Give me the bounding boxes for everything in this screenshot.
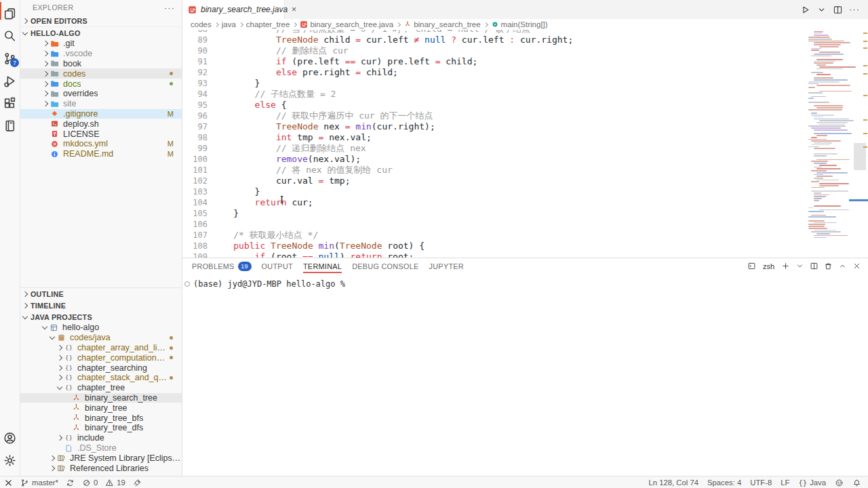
activity-source-control[interactable]: 7 [0, 47, 20, 70]
code-line-98[interactable]: 98int tmp = nex.val; [182, 132, 807, 143]
activity-files[interactable] [0, 3, 20, 25]
tree-item-license[interactable]: LICENSE [20, 129, 182, 139]
tree-item-binary_tree[interactable]: binary_tree [20, 403, 182, 413]
terminal[interactable]: (base) jyd@JYD-MBP hello-algo % [182, 274, 868, 476]
tree-item-.ds_store[interactable]: .DS_Store [20, 443, 182, 453]
section-java-projects[interactable]: JAVA PROJECTS [20, 311, 182, 323]
tree-item-deploy.sh[interactable]: deploy.sh [20, 119, 182, 129]
code-line-94[interactable]: 94// 子结点数量 = 2 [182, 89, 807, 100]
tree-item-include[interactable]: {}include [20, 433, 182, 443]
minimap[interactable] [808, 30, 852, 239]
tree-item-chapter_tree[interactable]: {}chapter_tree [20, 383, 182, 393]
chevron-up-icon[interactable] [838, 262, 847, 270]
tree-item-docs[interactable]: docs [20, 79, 182, 89]
indentation[interactable]: Spaces: 4 [707, 479, 741, 487]
trash-icon[interactable] [824, 262, 833, 270]
tree-item-hello-algo[interactable]: hello-algo [20, 323, 182, 333]
activity-settings-gear[interactable] [0, 449, 20, 472]
breadcrumb-item-binary_search_tree[interactable]: binary_search_tree [403, 20, 480, 28]
breadcrumb-item-chapter_tree[interactable]: chapter_tree [246, 20, 290, 28]
section-outline[interactable]: OUTLINE [20, 288, 182, 300]
breadcrumb-item-codes[interactable]: codes [191, 20, 212, 28]
code-line-100[interactable]: 100remove(nex.val); [182, 154, 807, 165]
shell-selector[interactable]: zsh [763, 262, 774, 270]
tree-item-.git[interactable]: .git [20, 39, 182, 49]
chevron-down-icon[interactable] [795, 262, 804, 270]
activity-notebook[interactable] [0, 115, 20, 137]
tree-item-chapter_computational_complexity[interactable]: {}chapter_computational_complexity [20, 352, 182, 363]
tree-item-overrides[interactable]: overrides [20, 89, 182, 99]
code-line-108[interactable]: 108public TreeNode min(TreeNode root) { [182, 241, 807, 251]
status-warning[interactable]: 19 [105, 479, 125, 487]
activity-account[interactable] [0, 427, 20, 449]
split-panel-icon[interactable] [810, 262, 818, 270]
tree-item-binary_tree_bfs[interactable]: binary_tree_bfs [20, 413, 182, 423]
activity-run-debug[interactable] [0, 70, 20, 92]
split-editor-icon[interactable] [833, 5, 843, 15]
section-hello-algo[interactable]: HELLO-ALGO [20, 27, 182, 39]
code-line-103[interactable]: 103} [182, 186, 807, 197]
notifications[interactable] [852, 479, 861, 487]
plus-icon[interactable] [781, 262, 790, 270]
eol[interactable]: LF [781, 479, 789, 487]
tree-item-readme.md[interactable]: README.mdM [20, 149, 182, 159]
tree-item-chapter_stack_and_queue[interactable]: {}chapter_stack_and_queue [20, 373, 182, 383]
code-line-90[interactable]: 90// 删除结点 cur [182, 45, 807, 56]
panel-tab-problems[interactable]: PROBLEMS19 [192, 258, 252, 274]
status-error[interactable]: 0 [82, 479, 98, 487]
code-line-96[interactable]: 96// 获取中序遍历中 cur 的下一个结点 [182, 110, 807, 121]
section-timeline[interactable]: TIMELINE [20, 300, 182, 311]
run-icon[interactable] [800, 5, 810, 15]
section-open-editors[interactable]: OPEN EDITORS [20, 15, 182, 27]
activity-extensions[interactable] [0, 92, 20, 115]
code-line-95[interactable]: 95else { [182, 100, 807, 110]
breadcrumb-item-main-string---[interactable]: main(String[]) [491, 20, 548, 28]
close-tab-icon[interactable]: × [292, 5, 296, 14]
tree-item-binary_tree_dfs[interactable]: binary_tree_dfs [20, 423, 182, 433]
panel-tab-terminal[interactable]: TERMINAL [303, 258, 342, 274]
encoding[interactable]: UTF-8 [750, 479, 772, 487]
more-actions-icon[interactable]: ··· [164, 3, 175, 13]
tree-item-codes-java[interactable]: codes/java [20, 333, 182, 343]
code-line-105[interactable]: 105} [182, 208, 807, 219]
code-line-107[interactable]: 107/* 获取最小结点 */ [182, 230, 807, 241]
tree-item-site[interactable]: site [20, 99, 182, 109]
code-line-102[interactable]: 102cur.val = tmp; [182, 176, 807, 186]
tree-item-book[interactable]: book [20, 59, 182, 69]
editor-scrollbar[interactable] [852, 30, 868, 258]
tree-item-chapter_array_and_linkedlist[interactable]: {}chapter_array_and_linkedlist [20, 343, 182, 353]
tree-item-binary_search_tree[interactable]: binary_search_tree [20, 393, 182, 403]
code-line-97[interactable]: 97TreeNode nex = min(cur.right); [182, 121, 807, 132]
tree-item-referenced-libraries[interactable]: Referenced Libraries [20, 463, 182, 473]
code-line-93[interactable]: 93} [182, 78, 807, 89]
cursor-position[interactable]: Ln 128, Col 74 [649, 479, 699, 487]
tree-item-.gitignore[interactable]: .gitignoreM [20, 109, 182, 119]
close-icon[interactable] [852, 262, 861, 270]
breadcrumb-item-binary_search_tree.java[interactable]: binary_search_tree.java [300, 20, 393, 28]
code-editor[interactable]: 88// 当子结点数量 = 0 / 1 时， child = null / 该子… [182, 30, 868, 258]
chevron-down-icon[interactable] [816, 5, 827, 15]
panel-tab-debug-console[interactable]: DEBUG CONSOLE [352, 258, 418, 274]
code-line-106[interactable]: 106 [182, 219, 807, 230]
code-line-104[interactable]: 104return cur; [182, 197, 807, 208]
code-line-89[interactable]: 89TreeNode child = cur.left ≠ null ? cur… [182, 35, 807, 45]
status-sync[interactable] [66, 479, 75, 487]
code-line-92[interactable]: 92else pre.right = child; [182, 67, 807, 78]
panel-tab-output[interactable]: OUTPUT [262, 258, 293, 274]
code-line-99[interactable]: 99// 递归删除结点 nex [182, 143, 807, 154]
status-tools[interactable] [4, 479, 13, 487]
tab-binary-search-tree[interactable]: binary_search_tree.java × [182, 0, 285, 19]
activity-search[interactable] [0, 25, 20, 47]
tree-item-.vscode[interactable]: .vscode [20, 49, 182, 59]
code-line-101[interactable]: 101// 将 nex 的值复制给 cur [182, 165, 807, 176]
tree-item-jre-system-library--eclipse-temurin-17--17....[interactable]: JRE System Library [Eclipse Temurin 17 [… [20, 453, 182, 463]
tree-item-chapter_searching[interactable]: {}chapter_searching [20, 363, 182, 373]
feedback[interactable] [835, 479, 844, 487]
code-line-88[interactable]: 88// 当子结点数量 = 0 / 1 时， child = null / 该子… [182, 30, 807, 35]
tree-item-codes[interactable]: codes [20, 68, 182, 79]
status-rocket[interactable] [133, 479, 142, 487]
panel-tab-jupyter[interactable]: JUPYTER [429, 258, 464, 274]
code-line-109[interactable]: 109if (root == null) return root; [182, 251, 807, 258]
tree-item-mkdocs.yml[interactable]: mkdocs.ymlM [20, 139, 182, 149]
status-branch[interactable]: master* [20, 479, 58, 487]
